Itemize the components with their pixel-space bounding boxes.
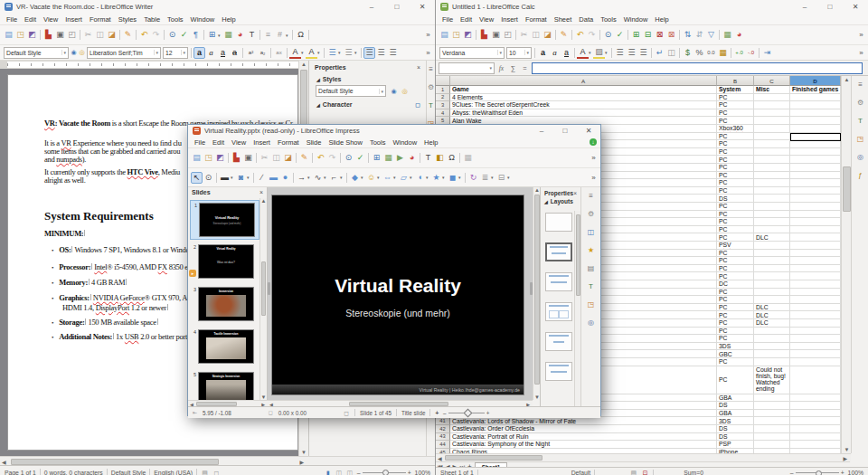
find-replace-icon[interactable]: ⊙ (343, 152, 354, 164)
styles-section-header[interactable]: ◢Styles (309, 72, 426, 84)
cell-B25[interactable]: PC (717, 272, 754, 280)
arrange-dropdown-icon[interactable]: ▾ (507, 175, 512, 180)
cell-B41[interactable]: 3DS (717, 417, 754, 425)
connector-dropdown-icon[interactable]: ▾ (340, 175, 344, 180)
menu-tools[interactable]: Tools (164, 15, 187, 24)
cell-C39[interactable] (754, 402, 790, 410)
font-size-combo[interactable]: 10▾ (506, 47, 532, 59)
scroll-left-icon[interactable]: ◀ (438, 455, 442, 461)
cell-C12[interactable] (754, 172, 790, 180)
multi-page-view-icon[interactable]: ◫ (335, 467, 343, 475)
insert-table-icon[interactable]: ⊞ (371, 152, 382, 164)
cell-C31[interactable]: DLC (754, 319, 790, 328)
cell-D26[interactable] (790, 280, 841, 289)
print-preview-icon[interactable]: ◰ (66, 29, 78, 41)
slide-thumbnail-3[interactable]: 3Immersion (190, 285, 259, 325)
display-grid-icon[interactable]: ▦ (462, 152, 474, 164)
cell-B6[interactable]: Xbox360 (717, 125, 754, 133)
insert-image-icon[interactable]: ▦ (722, 29, 733, 41)
sidebar-style-combo[interactable]: Default Style▾ (316, 85, 386, 97)
layout-title-content[interactable] (545, 272, 572, 291)
undo-icon[interactable]: ↶ (315, 152, 326, 164)
cell-C29[interactable]: DLC (754, 304, 790, 312)
cell-D36[interactable] (790, 358, 841, 366)
line-color-icon[interactable]: ▬ (219, 172, 231, 184)
cell-B9[interactable]: PC (717, 148, 754, 157)
menu-edit[interactable]: Edit (457, 15, 476, 24)
cell-C2[interactable] (754, 94, 790, 102)
column-header-B[interactable]: B (717, 76, 754, 86)
slide-canvas[interactable]: Virtual Reality Stereoskopie (und mehr) … (268, 187, 533, 400)
insert-textbox-icon[interactable]: T (246, 29, 258, 41)
align-objects-icon[interactable]: ≣ (479, 172, 491, 184)
slide-thumbnail-preview[interactable]: Tactile Immersion (198, 329, 254, 364)
scrollbar-thumb[interactable] (11, 459, 219, 465)
cell-cursor[interactable] (790, 133, 841, 142)
cell-C19[interactable] (754, 226, 790, 234)
cell-C20[interactable]: DLC (754, 233, 790, 242)
cell-D2[interactable] (790, 94, 841, 102)
layouts-scrollbar[interactable] (574, 211, 580, 407)
menu-window[interactable]: Window (389, 138, 420, 147)
export-pdf-icon[interactable]: ▙ (231, 152, 242, 164)
row-header-41[interactable]: 41 (436, 417, 450, 425)
cell-B32[interactable]: PC (717, 328, 754, 336)
delete-row-icon[interactable]: ⊠ (654, 29, 665, 41)
align-right-icon[interactable]: ☰ (387, 47, 399, 59)
toolbar-overflow-button[interactable]: » (857, 47, 865, 59)
cell-B27[interactable]: PC (717, 289, 754, 297)
cell-D35[interactable] (790, 350, 841, 358)
cell-B42[interactable]: DS (717, 425, 754, 433)
redo-icon[interactable]: ↷ (586, 29, 598, 41)
cell-D14[interactable] (790, 187, 841, 195)
cell-D42[interactable] (790, 425, 841, 433)
sort-ascending-icon[interactable]: ⇅ (682, 29, 693, 41)
toolbar-overflow-button[interactable]: » (424, 47, 432, 59)
cell-D12[interactable] (790, 172, 841, 180)
fit-slide-icon[interactable]: + (435, 410, 439, 416)
cell-B18[interactable]: PC (717, 218, 754, 226)
column-header-A[interactable]: A (450, 76, 717, 86)
cell-D30[interactable] (790, 311, 841, 319)
curve-icon[interactable]: ∿ (312, 172, 324, 184)
cell-B8[interactable]: PC (717, 140, 754, 148)
menu-view[interactable]: View (40, 15, 61, 24)
close-button[interactable]: ✕ (843, 0, 868, 14)
functions-tab-icon[interactable]: ƒ (855, 170, 865, 180)
bold-icon[interactable]: a (193, 47, 205, 59)
cell-C1[interactable]: Misc (754, 86, 790, 94)
line-icon[interactable]: ∕ (256, 172, 268, 184)
styles-tab-icon[interactable]: T (586, 281, 596, 291)
zoom-slider-thumb[interactable] (463, 409, 472, 418)
cell-D3[interactable] (790, 101, 841, 109)
insert-chart-icon[interactable]: ◕ (406, 152, 418, 164)
cell-B44[interactable]: PSP (717, 441, 754, 449)
cell-C43[interactable] (754, 433, 790, 442)
cut-icon[interactable]: ✂ (82, 29, 94, 41)
master-slides-tab-icon[interactable]: ▤ (586, 263, 596, 273)
number-format-icon[interactable]: 0.0 (705, 47, 717, 59)
cell-C33[interactable] (754, 335, 790, 343)
insert-field-icon[interactable]: # (274, 29, 286, 41)
cell-A43[interactable]: Castlevania: Portrait of Ruin (450, 433, 717, 442)
slide-thumbnail-5[interactable]: 5Strategic Immersion (190, 370, 259, 400)
cell-C14[interactable] (754, 187, 790, 195)
scroll-right-icon[interactable]: ▶ (843, 455, 847, 461)
slides-panel-scrollbar[interactable]: ▲ ▼ (259, 198, 267, 400)
menu-tools[interactable]: Tools (366, 138, 390, 147)
rotate-icon[interactable]: ↻ (467, 172, 479, 184)
menu-edit[interactable]: Edit (209, 138, 228, 147)
copy-icon[interactable]: ◫ (270, 152, 282, 164)
cell-C18[interactable] (754, 218, 790, 226)
cell-C23[interactable] (754, 257, 790, 265)
insert-field-dropdown-icon[interactable]: ▾ (286, 33, 290, 38)
cell-D17[interactable] (790, 211, 841, 219)
navigator-tab-icon[interactable]: ◎ (586, 318, 596, 328)
menu-insert[interactable]: Insert (497, 15, 522, 24)
spellcheck-icon[interactable]: ✓ (354, 152, 366, 164)
single-page-view-icon[interactable]: ▮ (325, 467, 332, 475)
cell-C11[interactable] (754, 164, 790, 172)
cell-B26[interactable]: DC (717, 280, 754, 289)
cell-A3[interactable]: 9 Clues: The Secret of Serpent Creek (450, 101, 717, 109)
cell-D39[interactable] (790, 402, 841, 410)
